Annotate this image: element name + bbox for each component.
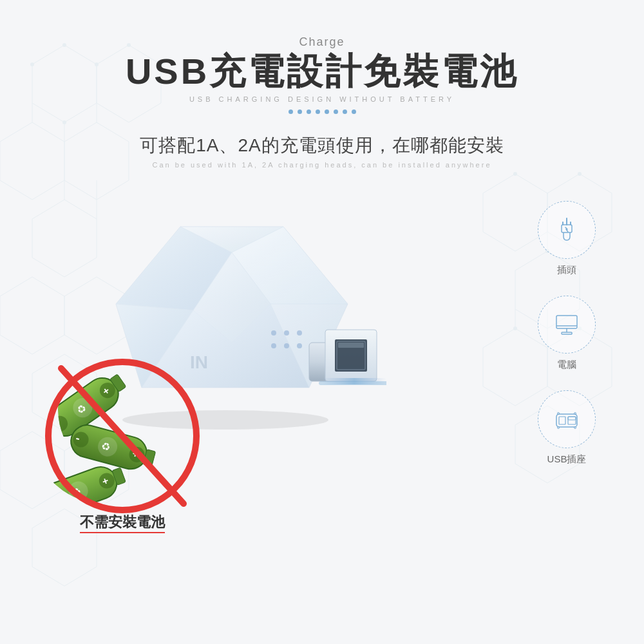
- svg-point-99: [558, 426, 560, 428]
- dot-2: [298, 109, 302, 114]
- sub-section: 可搭配1A、2A的充電頭使用，在哪都能安裝 Can be used with 1…: [0, 133, 644, 169]
- svg-rect-92: [562, 332, 572, 334]
- icons-column: 插頭 電腦: [515, 188, 618, 466]
- svg-rect-55: [338, 343, 364, 348]
- svg-point-44: [271, 330, 276, 336]
- svg-rect-93: [556, 414, 577, 427]
- svg-rect-57: [319, 381, 386, 385]
- svg-point-47: [271, 343, 276, 348]
- monitor-icon-circle: [538, 296, 596, 354]
- dot-3: [307, 109, 311, 114]
- svg-rect-94: [559, 417, 565, 424]
- main-title-en: USB CHARGING DESIGN WITHOUT BATTERY: [0, 95, 644, 103]
- no-battery-text: 不需安裝電池: [80, 514, 165, 533]
- icon-item-monitor: 電腦: [538, 296, 596, 371]
- monitor-icon: [553, 310, 581, 339]
- dots-row: [0, 109, 644, 114]
- svg-point-77: [43, 491, 62, 511]
- sub-title-zh: 可搭配1A、2A的充電頭使用，在哪都能安裝: [0, 133, 644, 158]
- svg-point-45: [284, 330, 289, 336]
- battery-prohibition: - + ♻ -: [32, 355, 213, 542]
- dot-7: [343, 109, 347, 114]
- plug-icon: [553, 216, 581, 244]
- sub-title-en: Can be used with 1A, 2A charging heads, …: [0, 161, 644, 169]
- plug-icon-circle: [538, 201, 596, 259]
- svg-point-49: [297, 343, 302, 348]
- main-area: IN: [0, 188, 644, 562]
- usb-icon-circle: [538, 390, 596, 448]
- header-section: Charge USB充電設計免裝電池 USB CHARGING DESIGN W…: [0, 0, 644, 114]
- svg-point-48: [284, 343, 289, 348]
- svg-point-98: [574, 412, 576, 414]
- content-wrapper: Charge USB充電設計免裝電池 USB CHARGING DESIGN W…: [0, 0, 644, 644]
- main-title-zh: USB充電設計免裝電池: [0, 52, 644, 91]
- svg-text:-: -: [45, 494, 53, 507]
- monitor-label: 電腦: [557, 359, 576, 371]
- svg-rect-95: [568, 417, 576, 424]
- icon-item-plug: 插頭: [538, 201, 596, 276]
- dot-4: [316, 109, 320, 114]
- svg-rect-89: [556, 316, 577, 328]
- plug-label: 插頭: [557, 264, 576, 276]
- usb-label: USB插座: [547, 453, 587, 466]
- svg-point-46: [297, 330, 302, 336]
- dot-8: [352, 109, 356, 114]
- product-area: IN: [26, 188, 515, 562]
- dot-6: [334, 109, 338, 114]
- dot-5: [325, 109, 329, 114]
- svg-rect-96: [568, 417, 576, 420]
- usb-socket-icon: [553, 405, 581, 433]
- icon-item-usb: USB插座: [538, 390, 596, 466]
- svg-point-100: [574, 426, 576, 428]
- dot-1: [289, 109, 293, 114]
- svg-point-97: [558, 412, 560, 414]
- charge-label: Charge: [0, 35, 644, 49]
